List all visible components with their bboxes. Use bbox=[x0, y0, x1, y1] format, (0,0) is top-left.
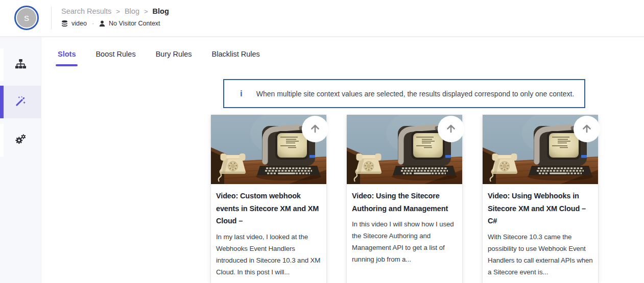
arrow-up-icon bbox=[309, 122, 321, 136]
visitor-context-label: No Visitor Context bbox=[109, 20, 160, 27]
tab-bury-rules[interactable]: Bury Rules bbox=[155, 49, 193, 66]
visitor-icon bbox=[99, 20, 105, 27]
magic-wand-icon bbox=[15, 95, 27, 109]
source-label: video bbox=[71, 20, 87, 27]
breadcrumb-separator: > bbox=[144, 8, 148, 15]
gears-icon bbox=[14, 133, 27, 147]
context-row: video · No Visitor Context bbox=[61, 20, 160, 27]
result-card: Video: Using the Sitecore Authoring and … bbox=[347, 115, 462, 283]
arrow-up-icon bbox=[581, 122, 593, 136]
card-title: Video: Custom webhook events in Sitecore… bbox=[216, 190, 321, 227]
promote-up-button[interactable] bbox=[302, 116, 328, 142]
breadcrumb: Search Results > Blog > Blog bbox=[61, 7, 169, 15]
active-indicator bbox=[0, 124, 4, 157]
sidebar-item-domain-settings[interactable] bbox=[0, 48, 41, 81]
result-card: Video: Custom webhook events in Sitecore… bbox=[211, 115, 326, 283]
sidebar-item-administration[interactable] bbox=[0, 124, 41, 157]
info-icon: i bbox=[240, 89, 243, 98]
active-indicator bbox=[0, 48, 4, 81]
database-icon bbox=[61, 20, 68, 27]
sitemap-icon bbox=[15, 58, 27, 72]
promote-up-button[interactable] bbox=[574, 116, 600, 142]
promote-up-button[interactable] bbox=[438, 116, 464, 142]
card-description: In this video I will show how I used the… bbox=[352, 218, 457, 265]
header-divider bbox=[51, 7, 52, 30]
card-title: Video: Using Webhooks in Sitecore XM and… bbox=[488, 190, 593, 227]
app-header: S Search Results > Blog > Blog video · bbox=[0, 0, 644, 36]
tab-slots[interactable]: Slots bbox=[57, 49, 76, 66]
card-description: With Sitecore 10.3 came the possibility … bbox=[488, 231, 593, 278]
results-row: Video: Custom webhook events in Sitecore… bbox=[211, 115, 598, 283]
avatar-initial: S bbox=[17, 8, 36, 28]
tab-blacklist-rules[interactable]: Blacklist Rules bbox=[211, 49, 260, 66]
tab-bar: Slots Boost Rules Bury Rules Blacklist R… bbox=[57, 49, 260, 66]
info-banner-text: When multiple site context values are se… bbox=[256, 90, 575, 98]
context-dot: · bbox=[92, 20, 94, 27]
breadcrumb-item-search-results[interactable]: Search Results bbox=[61, 7, 111, 15]
breadcrumb-item-blog[interactable]: Blog bbox=[125, 7, 139, 15]
sidebar-item-global-resources[interactable] bbox=[0, 86, 41, 118]
tab-boost-rules[interactable]: Boost Rules bbox=[95, 49, 136, 66]
arrow-up-icon bbox=[445, 122, 457, 136]
card-description: In my last video, I looked at the Webhoo… bbox=[216, 231, 321, 278]
active-indicator bbox=[0, 86, 4, 118]
info-banner: i When multiple site context values are … bbox=[223, 79, 585, 108]
main-content: Slots Boost Rules Bury Rules Blacklist R… bbox=[41, 37, 644, 283]
app-window: S Search Results > Blog > Blog video · bbox=[0, 0, 644, 283]
avatar[interactable]: S bbox=[14, 6, 39, 30]
result-card: Video: Using Webhooks in Sitecore XM and… bbox=[483, 115, 598, 283]
sidebar bbox=[0, 37, 41, 283]
card-title: Video: Using the Sitecore Authoring and … bbox=[352, 190, 457, 215]
breadcrumb-item-current: Blog bbox=[153, 7, 169, 15]
breadcrumb-separator: > bbox=[116, 8, 120, 15]
